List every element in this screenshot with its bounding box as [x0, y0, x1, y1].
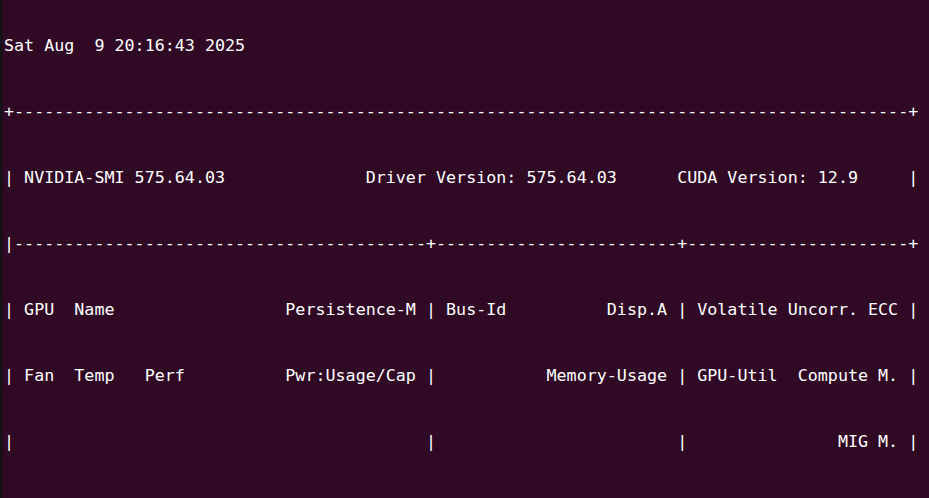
- gpu-table-header-divider: |---------------------------------------…: [4, 232, 918, 254]
- terminal-screen: { "terminal": { "bg_color": "#300a24", "…: [0, 0, 929, 498]
- gpu-table-top-border: +---------------------------------------…: [4, 100, 918, 122]
- gpu-table-header-line-1: | GPU Name Persistence-M | Bus-Id Disp.A…: [4, 298, 918, 320]
- screen-left-edge: [0, 0, 3, 498]
- terminal-output[interactable]: Sat Aug 9 20:16:43 2025 +---------------…: [4, 0, 918, 498]
- gpu-table-header-line-3: | | | MIG M. |: [4, 430, 918, 452]
- smi-version-line: | NVIDIA-SMI 575.64.03 Driver Version: 5…: [4, 166, 918, 188]
- timestamp-line: Sat Aug 9 20:16:43 2025: [4, 34, 918, 56]
- gpu-table-header-line-2: | Fan Temp Perf Pwr:Usage/Cap | Memory-U…: [4, 364, 918, 386]
